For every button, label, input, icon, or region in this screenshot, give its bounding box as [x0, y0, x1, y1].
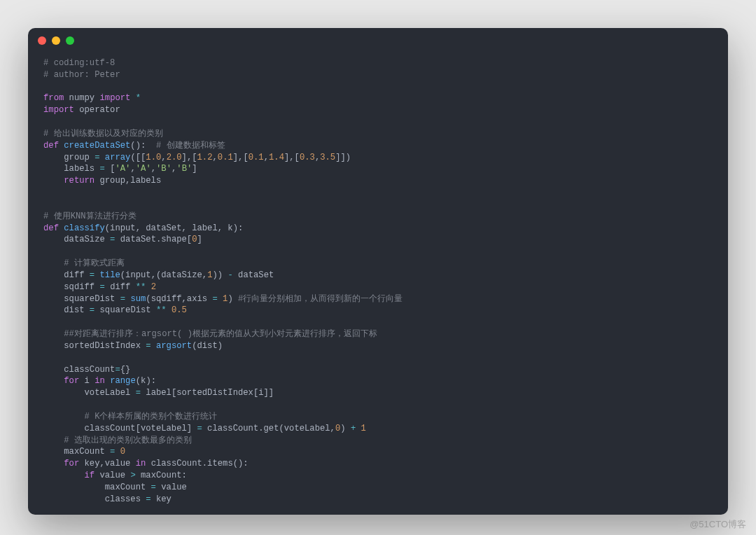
num: 3.5 [320, 153, 335, 162]
op: = [120, 294, 125, 304]
var: diff [110, 282, 130, 292]
call: argsort [156, 341, 192, 351]
comment: ##对距离进行排序：argsort( )根据元素的值从大到小对元素进行排序，返回… [64, 329, 377, 339]
num: 0.1 [248, 153, 264, 162]
num: 0 [192, 235, 197, 244]
op: = [94, 153, 99, 162]
op: = [90, 305, 94, 315]
window-titlebar [28, 28, 728, 53]
num: 1.4 [269, 153, 284, 162]
num: 1.0 [146, 153, 161, 162]
op: = [197, 424, 202, 433]
op: = [110, 447, 115, 457]
var: diff [64, 270, 84, 280]
keyword: if [85, 471, 95, 480]
op: = [146, 341, 150, 351]
num: 0.1 [218, 153, 233, 162]
comment: # 创建数据和标签 [156, 141, 225, 151]
num: 2.0 [167, 153, 182, 162]
punct: (): [130, 141, 146, 151]
call: tile [100, 270, 120, 280]
expr: dataSet.shape[ [120, 235, 192, 244]
op: = [212, 294, 217, 304]
op: ** [156, 305, 167, 315]
op: = [146, 494, 150, 504]
op: = [115, 365, 120, 375]
comment: # coding:utf-8 [43, 58, 115, 68]
var: dist [64, 305, 84, 315]
maximize-icon[interactable] [66, 36, 74, 45]
args: (input,(dataSize, [120, 270, 207, 280]
func-name: createDataSet [64, 141, 130, 151]
var: maxCount: [141, 471, 187, 480]
num: 0.5 [172, 305, 187, 315]
punct: ] [192, 164, 197, 174]
keyword: def [43, 141, 59, 151]
punct: ] [197, 235, 202, 244]
comment: # K个样本所属的类别个数进行统计 [85, 412, 218, 422]
op: + [351, 424, 356, 433]
var: voteLabel [85, 388, 131, 398]
str: 'A' [115, 164, 130, 174]
var: dataSize [64, 235, 105, 244]
call: sum [130, 294, 146, 304]
call: classCount.get(voteLabel, [207, 424, 335, 433]
args: (dist) [192, 341, 223, 351]
op: - [227, 270, 232, 280]
minimize-icon[interactable] [52, 36, 60, 45]
module: operator [79, 105, 120, 115]
brace: {} [120, 365, 131, 375]
var: i [85, 376, 90, 386]
module: numpy [69, 93, 95, 103]
op: = [99, 282, 104, 292]
call: range [110, 376, 136, 386]
keyword: return [64, 176, 94, 186]
watermark: @51CTO博客 [690, 518, 746, 531]
punct: ([[ [130, 153, 146, 162]
keyword: in [136, 459, 146, 468]
num: 0 [120, 447, 125, 457]
vars: key,value [85, 459, 131, 468]
str: 'B' [156, 164, 172, 174]
var: key [156, 494, 172, 504]
op: ** [136, 282, 146, 292]
keyword: for [64, 376, 79, 386]
var: maxCount [64, 447, 105, 457]
operator: * [136, 93, 141, 103]
op: = [90, 270, 94, 280]
comment: #行向量分别相加，从而得到新的一个行向量 [238, 294, 402, 304]
str: 'A' [136, 164, 151, 174]
num: 2 [151, 282, 156, 292]
call: classCount.items(): [151, 459, 248, 468]
keyword: from [43, 93, 64, 103]
op: = [99, 164, 104, 174]
var: squareDist [64, 294, 115, 304]
num: 1.2 [197, 153, 213, 162]
keyword: in [94, 376, 105, 386]
num: 1 [361, 424, 366, 433]
op: > [130, 471, 135, 480]
call: array [105, 153, 131, 162]
args: (sqdiff,axis [146, 294, 207, 304]
op: = [151, 482, 156, 492]
punct: ) [340, 424, 345, 433]
comment: # 给出训练数据以及对应的类别 [43, 129, 163, 139]
punct: ]]) [335, 153, 351, 162]
var: sortedDistIndex [64, 341, 141, 351]
comment: # 选取出现的类别次数最多的类别 [64, 436, 192, 445]
var: value [99, 471, 125, 480]
comment: # author: Peter [43, 70, 120, 80]
keyword: import [100, 93, 131, 103]
var: classCount [64, 365, 115, 375]
num: 0.3 [300, 153, 315, 162]
expr: label[sortedDistIndex[i]] [146, 388, 274, 398]
close-icon[interactable] [38, 36, 46, 45]
var: maxCount [105, 482, 146, 492]
comment: # 计算欧式距离 [64, 258, 125, 268]
comment: # 使用KNN算法进行分类 [43, 211, 136, 221]
op: = [136, 388, 141, 398]
vars: group,labels [99, 176, 161, 186]
punct: ) [227, 294, 232, 304]
op: = [110, 235, 115, 244]
str: 'B' [176, 164, 192, 174]
